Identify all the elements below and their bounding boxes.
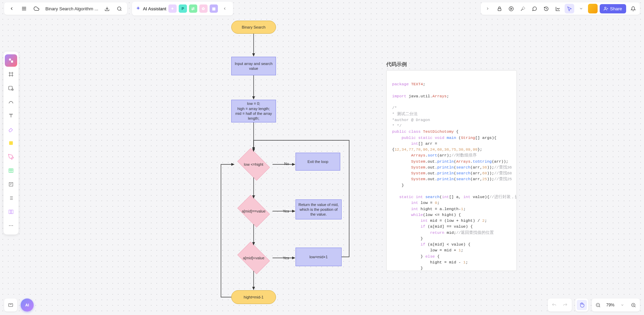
chip-purple[interactable]: ▦ (210, 4, 218, 13)
undo-redo-group (548, 298, 572, 312)
share-label: Share (610, 6, 622, 11)
node-input[interactable]: Input array and search value (231, 57, 276, 75)
hand-tool-group (575, 298, 588, 312)
chip-pink[interactable]: ✿ (199, 4, 208, 13)
avatar[interactable] (588, 4, 598, 13)
ai-label: AI Assistant (143, 6, 166, 11)
code-section-title: 代码示例 (386, 61, 407, 68)
svg-point-2 (509, 7, 513, 11)
svg-rect-11 (11, 210, 13, 214)
table-tool[interactable] (5, 164, 17, 177)
frame-tool[interactable] (5, 68, 17, 80)
sparkle-icon (135, 6, 141, 11)
search-button[interactable] (115, 4, 124, 13)
svg-point-3 (9, 58, 11, 61)
layers-button[interactable] (4, 298, 17, 312)
svg-rect-8 (9, 169, 13, 173)
zoom-level[interactable]: 79% (604, 303, 617, 307)
cloud-icon[interactable] (32, 4, 41, 13)
node-end-label: hight=mid-1 (244, 295, 264, 300)
chip-green[interactable]: ⇄ (189, 4, 197, 13)
svg-point-14 (12, 225, 13, 226)
node-input-label: Input array and search value (234, 61, 274, 71)
node-cond-lt[interactable]: a[mid]<value (235, 245, 273, 271)
bottom-left-controls: AI (4, 298, 34, 312)
svg-rect-1 (498, 8, 501, 10)
list-tool[interactable] (5, 192, 17, 204)
menu-button[interactable] (19, 4, 29, 13)
ai-assistant-button[interactable]: AI Assistant ✦ P ⇄ ✿ ▦ (132, 2, 233, 15)
chip-p[interactable]: P (179, 4, 187, 13)
shapes-tool[interactable] (5, 54, 17, 67)
wand-icon[interactable] (518, 4, 528, 13)
edge-label-no: No (283, 162, 290, 166)
document-title[interactable]: Binary Search Algorithm ... (44, 6, 100, 11)
node-cond3-label: a[mid]<value (243, 256, 265, 260)
svg-rect-9 (9, 183, 13, 186)
bottom-right-controls: 79% (548, 298, 640, 312)
svg-rect-10 (9, 210, 11, 214)
back-button[interactable] (7, 4, 16, 13)
container-tool[interactable] (5, 82, 17, 94)
more-tool[interactable] (5, 219, 17, 232)
node-start[interactable]: Binary Search (231, 21, 276, 34)
svg-point-12 (9, 225, 10, 226)
node-cond1-label: low <=hight (244, 162, 263, 167)
canvas[interactable]: Binary Search Input array and search val… (0, 0, 644, 315)
node-exit[interactable]: Exit the loop (296, 153, 340, 171)
share-icon (604, 7, 608, 11)
node-start-label: Binary Search (242, 25, 265, 30)
lock-icon[interactable] (495, 4, 504, 13)
history-icon[interactable] (541, 4, 551, 13)
chevron-right-icon[interactable] (483, 4, 492, 13)
edge-label-yes-2: Yes (282, 256, 290, 260)
node-cond-eq[interactable]: a[mid]==value (235, 198, 273, 224)
download-button[interactable] (102, 4, 112, 13)
svg-point-13 (11, 225, 11, 226)
chevron-down-icon[interactable] (576, 4, 586, 13)
topbar-left-group: Binary Search Algorithm ... (4, 2, 127, 15)
left-toolbox (3, 52, 19, 235)
play-icon[interactable] (506, 4, 516, 13)
svg-rect-15 (9, 304, 13, 307)
undo-button[interactable] (549, 300, 559, 310)
column-tool[interactable] (5, 206, 17, 218)
eraser-tool[interactable] (5, 123, 17, 135)
zoom-dropdown[interactable] (617, 300, 628, 310)
pen-tool[interactable] (5, 151, 17, 163)
text-block-tool[interactable] (5, 178, 17, 191)
node-lowset[interactable]: low=mid+1 (296, 248, 342, 266)
ai-fab-button[interactable]: AI (21, 298, 34, 312)
node-init[interactable]: low = 0; high = array length; mid = half… (231, 100, 276, 122)
node-cond-low-high[interactable]: low <=hight (235, 151, 273, 177)
redo-button[interactable] (560, 300, 570, 310)
svg-rect-4 (11, 61, 13, 63)
share-button[interactable]: Share (600, 4, 626, 13)
chevron-left-icon[interactable] (220, 4, 230, 13)
node-return[interactable]: Return the value of mid, which is the po… (296, 199, 342, 219)
zoom-out-button[interactable] (593, 300, 603, 310)
svg-rect-7 (9, 141, 13, 145)
node-lowset-label: low=mid+1 (309, 254, 327, 259)
edge-label-yes-1: Yes (282, 209, 290, 213)
zoom-group: 79% (592, 298, 640, 312)
node-cond2-label: a[mid]==value (242, 209, 265, 214)
svg-point-0 (118, 7, 121, 10)
node-return-label: Return the value of mid, which is the po… (298, 202, 339, 217)
chip-sparkle[interactable]: ✦ (168, 4, 177, 13)
code-panel[interactable]: package TEXT4; import java.util.Arrays; … (386, 70, 517, 271)
sticky-note-tool[interactable] (5, 137, 17, 149)
comment-icon[interactable] (530, 4, 539, 13)
connector-tool[interactable] (5, 96, 17, 108)
topbar-right-group: Share (481, 2, 640, 15)
node-init-label: low = 0; high = array length; mid = half… (234, 101, 274, 121)
text-tool[interactable] (5, 109, 17, 122)
cursor-tool[interactable] (565, 4, 574, 13)
node-exit-label: Exit the loop (308, 159, 329, 164)
zoom-in-button[interactable] (628, 300, 639, 310)
node-end[interactable]: hight=mid-1 (231, 290, 276, 304)
top-toolbar: Binary Search Algorithm ... AI Assistant… (0, 2, 644, 15)
chart-icon[interactable] (553, 4, 563, 13)
hand-tool[interactable] (577, 300, 587, 310)
bell-icon[interactable] (628, 4, 638, 13)
